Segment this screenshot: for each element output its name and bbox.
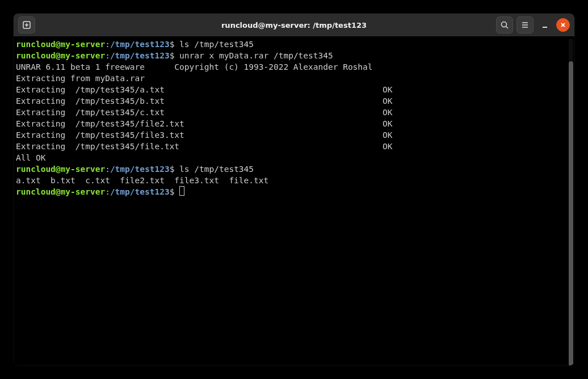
new-tab-icon [22,20,31,30]
window-title: runcloud@my-server: /tmp/test123 [221,21,367,30]
prompt-user: runcloud@my-server [16,187,105,196]
terminal-body[interactable]: runcloud@my-server:/tmp/test123$ ls /tmp… [14,36,574,365]
minimize-button[interactable] [537,16,553,33]
terminal-output: Extracting /tmp/test345/a.txt OK [16,84,572,95]
prompt-separator: : [105,40,110,49]
svg-point-3 [502,22,507,27]
prompt-user: runcloud@my-server [16,165,105,174]
prompt-path: /tmp/test123 [110,51,170,60]
prompt-separator: : [105,187,110,196]
terminal-output: a.txt b.txt c.txt file2.txt file3.txt fi… [16,175,572,186]
close-button[interactable] [556,18,570,32]
minimize-icon [540,20,549,30]
search-button[interactable] [496,16,513,33]
terminal-output: Extracting /tmp/test345/file.txt OK [16,141,572,152]
prompt-user: runcloud@my-server [16,51,105,60]
menu-button[interactable] [516,16,534,33]
terminal-output: Extracting from myData.rar [16,73,572,84]
terminal-output: Extracting /tmp/test345/file2.txt OK [16,118,572,129]
terminal-window: runcloud@my-server: /tmp/test123 [14,14,574,365]
prompt-path: /tmp/test123 [110,187,170,196]
titlebar: runcloud@my-server: /tmp/test123 [14,14,574,36]
terminal-line: runcloud@my-server:/tmp/test123$ unrar x… [16,50,572,61]
command-text: ls /tmp/test345 [174,40,254,49]
prompt-path: /tmp/test123 [110,40,170,49]
terminal-output: UNRAR 6.11 beta 1 freeware Copyright (c)… [16,61,572,73]
terminal-output: All OK [16,152,572,163]
prompt-user: runcloud@my-server [16,40,105,49]
hamburger-icon [520,20,530,30]
terminal-output: Extracting /tmp/test345/b.txt OK [16,95,572,107]
cursor [179,186,184,196]
prompt-path: /tmp/test123 [110,165,170,174]
prompt-separator: : [105,165,110,174]
terminal-output: Extracting /tmp/test345/c.txt OK [16,107,572,118]
scrollbar[interactable] [569,39,573,363]
close-icon [560,22,566,28]
prompt-separator: : [105,51,110,60]
terminal-line: runcloud@my-server:/tmp/test123$ [16,186,572,197]
command-text [174,187,179,196]
scrollbar-thumb[interactable] [569,61,573,365]
terminal-output: Extracting /tmp/test345/file3.txt OK [16,129,572,141]
terminal-line: runcloud@my-server:/tmp/test123$ ls /tmp… [16,39,572,50]
command-text: unrar x myData.rar /tmp/test345 [174,51,333,60]
command-text: ls /tmp/test345 [174,165,254,174]
search-icon [500,20,509,30]
new-tab-button[interactable] [18,16,35,33]
svg-line-4 [506,27,509,29]
terminal-line: runcloud@my-server:/tmp/test123$ ls /tmp… [16,163,572,175]
